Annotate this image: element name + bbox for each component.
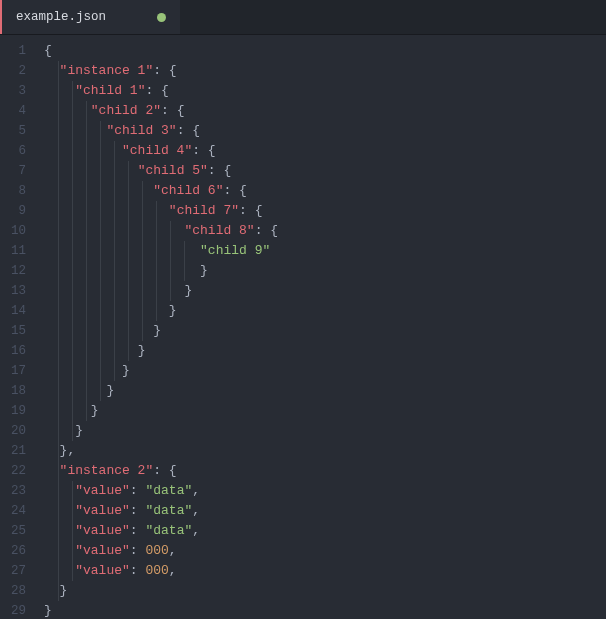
token-key: "child 5" xyxy=(138,163,208,178)
line-number: 26 xyxy=(0,541,36,561)
code-line[interactable]: }, xyxy=(36,441,606,461)
code-line[interactable]: "child 2": { xyxy=(36,101,606,121)
tab-bar: example.json xyxy=(0,0,606,35)
code-line-content: { xyxy=(44,43,52,58)
token-brace: { xyxy=(44,43,52,58)
code-line-content: "value": 000, xyxy=(44,563,177,578)
token-colon: : xyxy=(255,223,271,238)
token-key: "value" xyxy=(75,483,130,498)
code-line[interactable]: { xyxy=(36,41,606,61)
code-line-content: "child 1": { xyxy=(44,83,169,98)
code-line[interactable]: "value": "data", xyxy=(36,501,606,521)
code-line[interactable]: } xyxy=(36,401,606,421)
code-line-content: "child 7": { xyxy=(44,203,262,218)
line-number: 24 xyxy=(0,501,36,521)
code-line-content: "value": "data", xyxy=(44,523,200,538)
code-line[interactable]: "child 5": { xyxy=(36,161,606,181)
token-brace: } xyxy=(153,323,161,338)
gutter: 1234567891011121314151617181920212223242… xyxy=(0,35,36,619)
line-number: 20 xyxy=(0,421,36,441)
token-key: "value" xyxy=(75,523,130,538)
line-number: 17 xyxy=(0,361,36,381)
token-brace: { xyxy=(239,183,247,198)
code-line-content: "child 9" xyxy=(44,243,270,258)
tab-example-json[interactable]: example.json xyxy=(0,0,180,34)
code-line[interactable]: "child 6": { xyxy=(36,181,606,201)
line-number: 23 xyxy=(0,481,36,501)
code-line[interactable]: } xyxy=(36,281,606,301)
token-brace: } xyxy=(106,383,114,398)
line-number: 2 xyxy=(0,61,36,81)
line-number: 16 xyxy=(0,341,36,361)
token-colon: : xyxy=(153,463,169,478)
code-line[interactable]: } xyxy=(36,361,606,381)
code-line[interactable]: } xyxy=(36,601,606,619)
token-key: "child 2" xyxy=(91,103,161,118)
token-brace: } xyxy=(169,303,177,318)
token-brace: { xyxy=(161,83,169,98)
token-key: "value" xyxy=(75,543,130,558)
token-brace: { xyxy=(255,203,263,218)
code-line-content: "value": "data", xyxy=(44,483,200,498)
code-line[interactable]: "child 3": { xyxy=(36,121,606,141)
code-line-content: "child 5": { xyxy=(44,163,231,178)
code-line[interactable]: "instance 1": { xyxy=(36,61,606,81)
code-line-content: } xyxy=(44,583,67,598)
code-line-content: "child 6": { xyxy=(44,183,247,198)
token-key: "value" xyxy=(75,503,130,518)
token-brace: } xyxy=(184,283,192,298)
token-key: "instance 1" xyxy=(60,63,154,78)
token-brace: { xyxy=(270,223,278,238)
code-line[interactable]: } xyxy=(36,581,606,601)
code-line[interactable]: } xyxy=(36,421,606,441)
token-brace: } xyxy=(44,603,52,618)
code-area[interactable]: { "instance 1": { "child 1": { "child 2"… xyxy=(36,35,606,619)
code-line[interactable]: } xyxy=(36,301,606,321)
token-colon: : xyxy=(130,543,146,558)
token-key: "value" xyxy=(75,563,130,578)
code-line[interactable]: "value": "data", xyxy=(36,521,606,541)
token-comma: , xyxy=(192,503,200,518)
token-string: "child 9" xyxy=(200,243,270,258)
line-number: 11 xyxy=(0,241,36,261)
line-number: 3 xyxy=(0,81,36,101)
code-line-content: } xyxy=(44,603,52,618)
line-number: 4 xyxy=(0,101,36,121)
code-line-content: } xyxy=(44,283,192,298)
token-key: "child 6" xyxy=(153,183,223,198)
code-line[interactable]: } xyxy=(36,341,606,361)
code-line[interactable]: "child 9" xyxy=(36,241,606,261)
editor[interactable]: 1234567891011121314151617181920212223242… xyxy=(0,35,606,619)
token-comma: , xyxy=(192,523,200,538)
token-key: "child 4" xyxy=(122,143,192,158)
token-brace: { xyxy=(208,143,216,158)
token-colon: : xyxy=(130,483,146,498)
code-line[interactable]: } xyxy=(36,321,606,341)
line-number: 21 xyxy=(0,441,36,461)
code-line[interactable]: "instance 2": { xyxy=(36,461,606,481)
token-brace: } xyxy=(138,343,146,358)
token-brace: } xyxy=(60,583,68,598)
code-line-content: } xyxy=(44,383,114,398)
token-comma: , xyxy=(67,443,75,458)
code-line[interactable]: } xyxy=(36,381,606,401)
code-line-content: "child 8": { xyxy=(44,223,278,238)
token-colon: : xyxy=(239,203,255,218)
code-line[interactable]: "child 8": { xyxy=(36,221,606,241)
token-brace: { xyxy=(169,63,177,78)
code-line[interactable]: "child 7": { xyxy=(36,201,606,221)
token-colon: : xyxy=(130,563,146,578)
code-line-content: "value": 000, xyxy=(44,543,177,558)
token-string: "data" xyxy=(145,503,192,518)
code-line[interactable]: } xyxy=(36,261,606,281)
code-line[interactable]: "child 4": { xyxy=(36,141,606,161)
token-key: "child 1" xyxy=(75,83,145,98)
code-line[interactable]: "value": "data", xyxy=(36,481,606,501)
line-number: 13 xyxy=(0,281,36,301)
code-line[interactable]: "value": 000, xyxy=(36,561,606,581)
code-line-content: } xyxy=(44,303,177,318)
token-colon: : xyxy=(130,503,146,518)
code-line[interactable]: "child 1": { xyxy=(36,81,606,101)
code-line[interactable]: "value": 000, xyxy=(36,541,606,561)
line-number: 29 xyxy=(0,601,36,619)
